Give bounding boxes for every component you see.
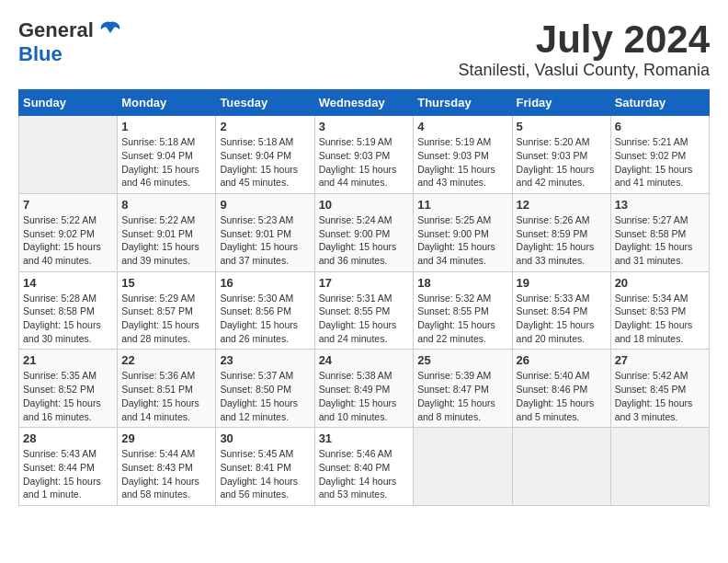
- week-row-0: 1Sunrise: 5:18 AM Sunset: 9:04 PM Daylig…: [19, 116, 710, 194]
- calendar-cell: 8Sunrise: 5:22 AM Sunset: 9:01 PM Daylig…: [118, 193, 216, 271]
- calendar-cell: 4Sunrise: 5:19 AM Sunset: 9:03 PM Daylig…: [414, 116, 512, 194]
- day-info: Sunrise: 5:37 AM Sunset: 8:50 PM Dayligh…: [220, 369, 310, 423]
- header-row: SundayMondayTuesdayWednesdayThursdayFrid…: [19, 90, 710, 116]
- title-area: July 2024 Stanilesti, Vaslui County, Rom…: [459, 18, 710, 80]
- day-number: 17: [319, 276, 410, 290]
- day-number: 15: [121, 276, 211, 290]
- day-info: Sunrise: 5:39 AM Sunset: 8:47 PM Dayligh…: [417, 369, 507, 423]
- day-number: 1: [121, 120, 211, 133]
- day-number: 12: [517, 198, 607, 212]
- day-number: 25: [417, 353, 507, 367]
- day-info: Sunrise: 5:29 AM Sunset: 8:57 PM Dayligh…: [121, 292, 211, 346]
- day-info: Sunrise: 5:20 AM Sunset: 9:03 PM Dayligh…: [517, 135, 607, 190]
- day-info: Sunrise: 5:38 AM Sunset: 8:49 PM Dayligh…: [319, 369, 410, 423]
- calendar-cell: 10Sunrise: 5:24 AM Sunset: 9:00 PM Dayli…: [314, 193, 414, 271]
- calendar-cell: 27Sunrise: 5:42 AM Sunset: 8:45 PM Dayli…: [610, 350, 709, 428]
- day-info: Sunrise: 5:21 AM Sunset: 9:02 PM Dayligh…: [615, 135, 705, 190]
- day-number: 28: [23, 431, 113, 445]
- day-info: Sunrise: 5:18 AM Sunset: 9:04 PM Dayligh…: [121, 135, 211, 190]
- calendar-cell: [512, 428, 610, 506]
- week-row-1: 7Sunrise: 5:22 AM Sunset: 9:02 PM Daylig…: [19, 193, 710, 271]
- day-number: 24: [319, 353, 410, 367]
- day-number: 21: [23, 353, 113, 367]
- calendar-cell: [610, 428, 709, 506]
- calendar-cell: 24Sunrise: 5:38 AM Sunset: 8:49 PM Dayli…: [314, 350, 414, 428]
- calendar-cell: 18Sunrise: 5:32 AM Sunset: 8:55 PM Dayli…: [414, 271, 512, 350]
- calendar-cell: 21Sunrise: 5:35 AM Sunset: 8:52 PM Dayli…: [19, 350, 118, 428]
- day-number: 9: [220, 198, 310, 212]
- day-info: Sunrise: 5:32 AM Sunset: 8:55 PM Dayligh…: [417, 292, 507, 346]
- day-info: Sunrise: 5:36 AM Sunset: 8:51 PM Dayligh…: [121, 369, 211, 423]
- calendar-cell: 12Sunrise: 5:26 AM Sunset: 8:59 PM Dayli…: [512, 193, 610, 271]
- calendar-cell: 5Sunrise: 5:20 AM Sunset: 9:03 PM Daylig…: [512, 116, 610, 194]
- calendar-cell: 14Sunrise: 5:28 AM Sunset: 8:58 PM Dayli…: [19, 271, 118, 350]
- day-info: Sunrise: 5:26 AM Sunset: 8:59 PM Dayligh…: [517, 213, 607, 268]
- week-row-3: 21Sunrise: 5:35 AM Sunset: 8:52 PM Dayli…: [19, 350, 710, 428]
- logo-blue-text: Blue: [18, 42, 63, 65]
- day-number: 11: [417, 198, 507, 212]
- calendar-cell: 28Sunrise: 5:43 AM Sunset: 8:44 PM Dayli…: [19, 428, 118, 506]
- day-number: 10: [319, 198, 410, 212]
- header-saturday: Saturday: [610, 90, 709, 116]
- logo-general-text: General: [18, 18, 94, 42]
- day-info: Sunrise: 5:33 AM Sunset: 8:54 PM Dayligh…: [517, 292, 607, 346]
- calendar-cell: 25Sunrise: 5:39 AM Sunset: 8:47 PM Dayli…: [414, 350, 512, 428]
- calendar-cell: 29Sunrise: 5:44 AM Sunset: 8:43 PM Dayli…: [118, 428, 216, 506]
- day-number: 26: [517, 353, 607, 367]
- header-thursday: Thursday: [414, 90, 512, 116]
- day-info: Sunrise: 5:44 AM Sunset: 8:43 PM Dayligh…: [121, 447, 211, 501]
- calendar-cell: [414, 428, 512, 506]
- day-info: Sunrise: 5:23 AM Sunset: 9:01 PM Dayligh…: [220, 213, 310, 268]
- header-monday: Monday: [118, 90, 216, 116]
- day-info: Sunrise: 5:45 AM Sunset: 8:41 PM Dayligh…: [220, 447, 310, 501]
- calendar-cell: 11Sunrise: 5:25 AM Sunset: 9:00 PM Dayli…: [414, 193, 512, 271]
- day-info: Sunrise: 5:34 AM Sunset: 8:53 PM Dayligh…: [615, 292, 705, 346]
- day-info: Sunrise: 5:30 AM Sunset: 8:56 PM Dayligh…: [220, 292, 310, 346]
- day-info: Sunrise: 5:19 AM Sunset: 9:03 PM Dayligh…: [417, 135, 507, 190]
- calendar-cell: 9Sunrise: 5:23 AM Sunset: 9:01 PM Daylig…: [216, 193, 314, 271]
- logo: General Blue: [18, 18, 123, 66]
- day-info: Sunrise: 5:35 AM Sunset: 8:52 PM Dayligh…: [23, 369, 113, 423]
- day-number: 30: [220, 431, 310, 445]
- day-number: 27: [615, 353, 705, 367]
- day-number: 29: [121, 431, 211, 445]
- day-info: Sunrise: 5:25 AM Sunset: 9:00 PM Dayligh…: [417, 213, 507, 268]
- day-number: 5: [517, 120, 607, 133]
- calendar-cell: 13Sunrise: 5:27 AM Sunset: 8:58 PM Dayli…: [610, 193, 709, 271]
- header-friday: Friday: [512, 90, 610, 116]
- day-info: Sunrise: 5:40 AM Sunset: 8:46 PM Dayligh…: [517, 369, 607, 423]
- month-year-title: July 2024: [459, 18, 710, 61]
- calendar-cell: [19, 116, 118, 194]
- calendar-cell: 15Sunrise: 5:29 AM Sunset: 8:57 PM Dayli…: [118, 271, 216, 350]
- day-number: 2: [220, 120, 310, 133]
- day-info: Sunrise: 5:22 AM Sunset: 9:02 PM Dayligh…: [23, 213, 113, 268]
- day-number: 14: [23, 276, 113, 290]
- calendar-cell: 1Sunrise: 5:18 AM Sunset: 9:04 PM Daylig…: [118, 116, 216, 194]
- header-sunday: Sunday: [19, 90, 118, 116]
- calendar-cell: 20Sunrise: 5:34 AM Sunset: 8:53 PM Dayli…: [610, 271, 709, 350]
- day-info: Sunrise: 5:42 AM Sunset: 8:45 PM Dayligh…: [615, 369, 705, 423]
- day-number: 4: [417, 120, 507, 133]
- day-number: 23: [220, 353, 310, 367]
- day-number: 3: [319, 120, 410, 133]
- calendar-table: SundayMondayTuesdayWednesdayThursdayFrid…: [18, 89, 710, 506]
- day-info: Sunrise: 5:46 AM Sunset: 8:40 PM Dayligh…: [319, 447, 410, 501]
- week-row-4: 28Sunrise: 5:43 AM Sunset: 8:44 PM Dayli…: [19, 428, 710, 506]
- calendar-cell: 2Sunrise: 5:18 AM Sunset: 9:04 PM Daylig…: [216, 116, 314, 194]
- day-info: Sunrise: 5:22 AM Sunset: 9:01 PM Dayligh…: [121, 213, 211, 268]
- day-number: 8: [121, 198, 211, 212]
- day-number: 16: [220, 276, 310, 290]
- calendar-cell: 19Sunrise: 5:33 AM Sunset: 8:54 PM Dayli…: [512, 271, 610, 350]
- day-number: 22: [121, 353, 211, 367]
- calendar-cell: 31Sunrise: 5:46 AM Sunset: 8:40 PM Dayli…: [314, 428, 414, 506]
- day-number: 6: [615, 120, 705, 133]
- day-number: 13: [615, 198, 705, 212]
- day-info: Sunrise: 5:19 AM Sunset: 9:03 PM Dayligh…: [319, 135, 410, 190]
- calendar-cell: 23Sunrise: 5:37 AM Sunset: 8:50 PM Dayli…: [216, 350, 314, 428]
- day-info: Sunrise: 5:24 AM Sunset: 9:00 PM Dayligh…: [319, 213, 410, 268]
- calendar-cell: 26Sunrise: 5:40 AM Sunset: 8:46 PM Dayli…: [512, 350, 610, 428]
- calendar-cell: 17Sunrise: 5:31 AM Sunset: 8:55 PM Dayli…: [314, 271, 414, 350]
- week-row-2: 14Sunrise: 5:28 AM Sunset: 8:58 PM Dayli…: [19, 271, 710, 350]
- header: General Blue July 2024 Stanilesti, Vaslu…: [18, 18, 710, 80]
- day-info: Sunrise: 5:18 AM Sunset: 9:04 PM Dayligh…: [220, 135, 310, 190]
